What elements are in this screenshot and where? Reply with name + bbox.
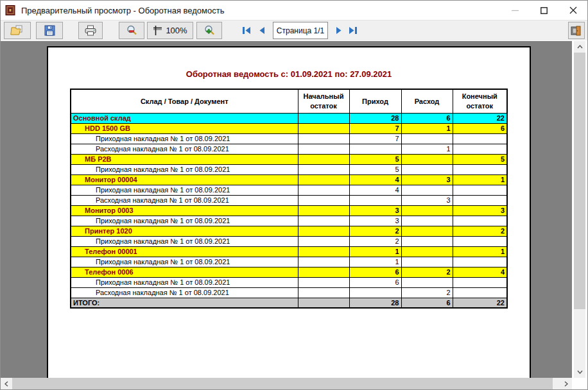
cell-final: [453, 185, 507, 195]
zoom-level-value: 100%: [166, 26, 187, 35]
save-button[interactable]: [36, 22, 63, 39]
cell-expense: [401, 277, 453, 287]
cell-income: 7: [349, 123, 401, 133]
table-row-product: Монитор 00004431: [71, 174, 507, 185]
scroll-right-button[interactable]: [560, 378, 572, 389]
row-label: Расходная накладная № 1 от 08.09.2021: [71, 287, 298, 298]
cell-expense: [401, 164, 453, 174]
preview-area: Оборотная ведомость с: 01.09.2021 по: 27…: [1, 41, 572, 378]
chevron-down-icon: [577, 370, 583, 374]
cell-expense: 2: [401, 267, 453, 277]
table-row-product: Принтер 102022: [71, 226, 507, 236]
cell-final: 22: [453, 113, 507, 123]
cell-initial: [298, 185, 349, 195]
cell-final: [453, 277, 507, 287]
cell-expense: [401, 236, 453, 246]
cell-income: 28: [349, 298, 401, 308]
cell-income: 1: [349, 246, 401, 257]
open-button[interactable]: [4, 22, 31, 39]
report-table: Склад / Товар / Документ Начальный остат…: [70, 89, 508, 309]
table-row-doc: Расходная накладная № 1 от 08.09.20212: [71, 287, 507, 298]
cell-final: 22: [453, 298, 507, 308]
cell-income: 4: [349, 185, 401, 195]
prev-page-button[interactable]: [256, 22, 268, 39]
preview-window: Предварительный просмотр - Оборотная вед…: [0, 0, 588, 390]
cell-final: 5: [453, 154, 507, 164]
row-label: Принтер 1020: [71, 226, 298, 236]
row-label: Монитор 0003: [71, 205, 298, 216]
printer-icon: [84, 25, 97, 36]
row-label: Приходная накладная № 1 от 08.09.2021: [71, 133, 298, 144]
table-row-doc: Приходная накладная № 1 от 08.09.20214: [71, 185, 507, 195]
cell-initial: [298, 216, 349, 226]
horizontal-scrollbar[interactable]: [1, 378, 572, 389]
cell-final: 1: [453, 174, 507, 185]
cell-income: [349, 144, 401, 154]
table-row-doc: Приходная накладная № 1 от 08.09.20212: [71, 236, 507, 246]
cell-income: 6: [349, 267, 401, 277]
page-indicator[interactable]: Страница 1/1: [273, 22, 328, 39]
row-label: Приходная накладная № 1 от 08.09.2021: [71, 277, 298, 287]
table-row-total: ИТОГО:28622: [71, 298, 507, 308]
cell-income: 5: [349, 154, 401, 164]
cell-expense: [401, 246, 453, 257]
vertical-scrollbar[interactable]: [574, 41, 585, 378]
cell-income: 5: [349, 164, 401, 174]
cell-final: 4: [453, 267, 507, 277]
zoom-in-button[interactable]: [196, 22, 222, 39]
scroll-left-button[interactable]: [1, 378, 12, 389]
print-button[interactable]: [78, 22, 103, 39]
row-label: Основной склад: [71, 113, 298, 123]
report-page: Оборотная ведомость с: 01.09.2021 по: 27…: [47, 46, 531, 378]
maximize-button[interactable]: [530, 1, 558, 20]
close-button[interactable]: [558, 1, 587, 20]
cell-initial: [298, 195, 349, 205]
scroll-up-button[interactable]: [574, 41, 585, 53]
minimize-button[interactable]: [501, 1, 530, 20]
chevron-left-icon: [4, 381, 8, 387]
cell-expense: [401, 154, 453, 164]
row-label: Приходная накладная № 1 от 08.09.2021: [71, 185, 298, 195]
zoom-level-button[interactable]: 100%: [147, 22, 193, 39]
scale-ruler-icon: [153, 25, 162, 36]
row-label: Телефон 00001: [71, 246, 298, 257]
cell-expense: 2: [401, 287, 453, 298]
exit-door-icon: [571, 26, 582, 36]
exit-preview-button[interactable]: [568, 22, 585, 39]
row-label: Приходная накладная № 1 от 08.09.2021: [71, 164, 298, 174]
next-page-icon: [336, 26, 342, 35]
prev-page-icon: [259, 26, 265, 35]
scroll-down-button[interactable]: [574, 366, 585, 378]
cell-final: [453, 144, 507, 154]
column-header-item: Склад / Товар / Документ: [71, 89, 298, 113]
column-header-initial: Начальный остаток: [298, 89, 349, 113]
cell-income: 28: [349, 113, 401, 123]
next-page-button[interactable]: [333, 22, 345, 39]
report-table-body: Основной склад28622HDD 1500 GB716Приходн…: [71, 113, 507, 308]
window-controls: [501, 1, 587, 20]
cell-income: [349, 287, 401, 298]
row-label: Приходная накладная № 1 от 08.09.2021: [71, 216, 298, 226]
cell-income: 2: [349, 226, 401, 236]
cell-initial: [298, 246, 349, 257]
window-title: Предварительный просмотр - Оборотная вед…: [21, 6, 224, 15]
cell-expense: 3: [401, 195, 453, 205]
cell-final: [453, 195, 507, 205]
table-row-doc: Приходная накладная № 1 от 08.09.20211: [71, 257, 507, 267]
cell-initial: [298, 257, 349, 267]
cell-expense: [401, 205, 453, 216]
zoom-out-button[interactable]: [119, 22, 144, 39]
cell-initial: [298, 277, 349, 287]
save-floppy-icon: [44, 25, 55, 36]
table-row-product: HDD 1500 GB716: [71, 123, 507, 133]
table-row-doc: Приходная накладная № 1 от 08.09.20216: [71, 277, 507, 287]
cell-initial: [298, 298, 349, 308]
table-row-doc: Расходная накладная № 1 от 08.09.20213: [71, 195, 507, 205]
first-page-button[interactable]: [239, 22, 254, 39]
horizontal-scroll-thumb[interactable]: [12, 378, 553, 389]
cell-initial: [298, 123, 349, 133]
open-folder-icon: [10, 25, 24, 36]
last-page-button[interactable]: [346, 22, 360, 39]
cell-income: 6: [349, 277, 401, 287]
vertical-scroll-thumb[interactable]: [574, 53, 585, 309]
